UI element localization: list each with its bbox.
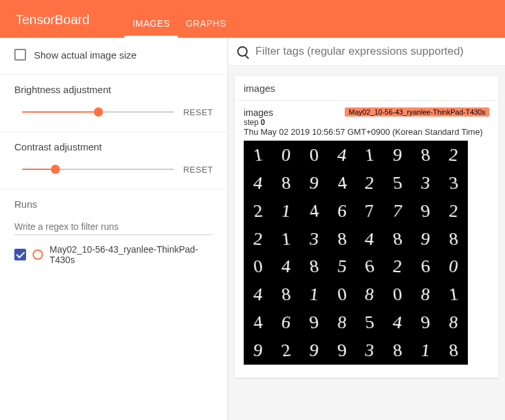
timestamp: Thu May 02 2019 10:56:57 GMT+0900 (Korea… [244, 127, 489, 137]
run-label: May02_10-56-43_ryanlee-ThinkPad-T430s [50, 244, 213, 265]
image-cell: 5 [384, 169, 411, 197]
show-actual-section: Show actual image size [0, 38, 227, 75]
tab-graphs[interactable]: GRAPHS [178, 0, 234, 38]
step-label: step 0 [244, 118, 489, 127]
image-cell: 4 [384, 309, 411, 336]
image-cell: 9 [328, 337, 356, 364]
image-cell: 6 [328, 197, 356, 225]
run-radio[interactable] [33, 249, 43, 260]
image-cell: 8 [440, 337, 467, 364]
image-cell: 8 [272, 169, 300, 197]
image-cell: 8 [328, 309, 356, 336]
image-cell: 8 [300, 253, 328, 281]
image-cell: 1 [244, 141, 272, 169]
image-cell: 6 [272, 309, 300, 336]
image-cell: 9 [300, 169, 328, 197]
run-badge: May02_10-56-43_ryanlee-ThinkPad-T430s [345, 107, 489, 117]
image-cell: 8 [356, 281, 384, 308]
image-cell: 4 [272, 253, 300, 281]
image-cell: 0 [272, 141, 300, 169]
image-cell: 6 [412, 253, 439, 281]
image-cell: 4 [244, 169, 272, 197]
app-header: TensorBoard IMAGES GRAPHS [0, 0, 505, 38]
image-cell: 2 [244, 197, 272, 225]
image-cell: 7 [356, 197, 384, 225]
image-cell: 2 [440, 197, 467, 225]
runs-section: Runs May02_10-56-43_ryanlee-ThinkPad-T43… [0, 189, 227, 277]
image-cell: 9 [300, 309, 328, 336]
image-cell: 2 [384, 253, 411, 281]
contrast-reset-button[interactable]: RESET [183, 165, 213, 175]
image-cell: 9 [300, 337, 328, 364]
search-icon [237, 46, 248, 57]
image-cell: 3 [356, 337, 384, 364]
contrast-section: Contrast adjustment RESET [0, 132, 227, 189]
image-cell: 4 [244, 309, 272, 336]
image-cell: 1 [272, 197, 300, 225]
image-cell: 0 [384, 281, 411, 308]
image-cell: 2 [356, 169, 384, 197]
image-cell: 4 [328, 169, 356, 197]
image-cell: 0 [300, 141, 328, 169]
runs-filter-input[interactable] [14, 219, 213, 235]
image-cell: 3 [300, 225, 328, 253]
run-row: May02_10-56-43_ryanlee-ThinkPad-T430s [14, 244, 213, 265]
image-cell: 3 [440, 169, 467, 197]
tab-images[interactable]: IMAGES [124, 0, 177, 38]
image-grid[interactable]: 1004198248942533214677922138489804856260… [244, 141, 468, 365]
runs-title: Runs [14, 199, 213, 210]
image-cell: 4 [328, 141, 356, 169]
image-cell: 9 [244, 337, 272, 364]
show-actual-checkbox[interactable] [14, 49, 26, 61]
image-cell: 2 [244, 225, 272, 253]
image-cell: 1 [412, 337, 439, 364]
card-header[interactable]: images [235, 76, 498, 101]
image-cell: 2 [440, 141, 467, 169]
brand-title: TensorBoard [16, 12, 89, 38]
image-cell: 1 [272, 225, 300, 253]
image-cell: 8 [412, 141, 439, 169]
image-cell: 9 [384, 141, 411, 169]
image-cell: 0 [328, 281, 356, 308]
image-cell: 9 [412, 225, 439, 253]
sidebar: Show actual image size Brightness adjust… [0, 38, 228, 420]
image-cell: 0 [244, 253, 272, 281]
image-cell: 8 [384, 337, 411, 364]
brightness-title: Brightness adjustment [14, 84, 213, 95]
show-actual-label: Show actual image size [34, 49, 137, 61]
image-cell: 7 [384, 197, 411, 225]
contrast-slider[interactable] [22, 161, 174, 177]
image-cell: 8 [328, 225, 356, 253]
image-cell: 4 [356, 225, 384, 253]
image-cell: 4 [300, 197, 328, 225]
image-cell: 9 [412, 309, 439, 336]
image-cell: 0 [440, 253, 467, 281]
image-cell: 8 [272, 281, 300, 308]
image-cell: 8 [440, 225, 467, 253]
image-cell: 9 [412, 197, 439, 225]
image-cell: 8 [412, 281, 439, 308]
contrast-title: Contrast adjustment [14, 141, 213, 152]
tag-searchbar [228, 38, 505, 66]
image-cell: 8 [384, 225, 411, 253]
image-cell: 5 [356, 309, 384, 336]
image-cell: 2 [272, 337, 300, 364]
image-cell: 1 [356, 141, 384, 169]
brightness-slider[interactable] [22, 104, 174, 120]
image-cell: 5 [328, 253, 356, 281]
header-tabs: IMAGES GRAPHS [124, 0, 234, 38]
image-cell: 3 [412, 169, 439, 197]
image-cell: 8 [440, 309, 467, 336]
image-cell: 1 [440, 281, 467, 308]
image-cell: 4 [244, 281, 272, 308]
brightness-reset-button[interactable]: RESET [183, 107, 213, 117]
image-cell: 6 [356, 253, 384, 281]
tag-filter-input[interactable] [254, 44, 496, 59]
run-checkbox[interactable] [14, 249, 26, 260]
images-card: images May02_10-56-43_ryanlee-ThinkPad-T… [235, 76, 498, 378]
image-cell: 1 [300, 281, 328, 308]
content-area: images May02_10-56-43_ryanlee-ThinkPad-T… [228, 38, 505, 420]
brightness-section: Brightness adjustment RESET [0, 75, 227, 132]
